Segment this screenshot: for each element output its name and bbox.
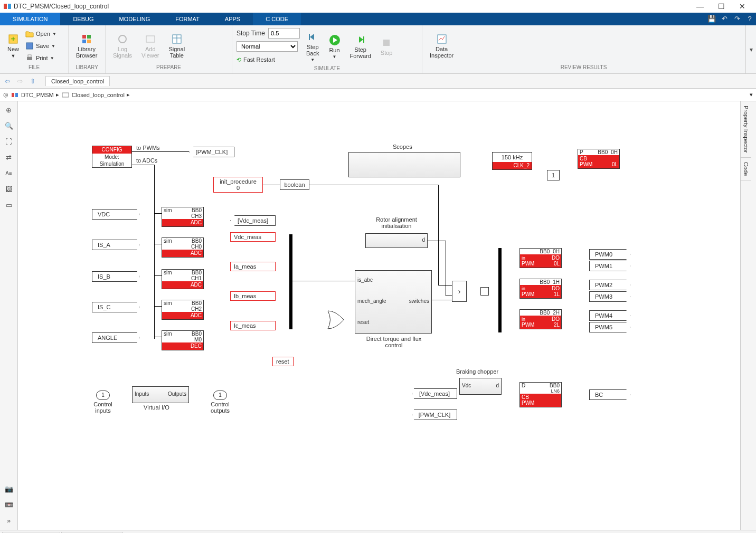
tool-expand-icon[interactable]: » [3, 515, 15, 527]
block-virtual-io[interactable]: InputsOutputs [132, 386, 189, 403]
block-adc-ch0[interactable]: simBB0CH0ADC [162, 237, 204, 258]
crumb-dropdown-icon[interactable]: ▾ [750, 91, 753, 98]
goto-vdc-meas[interactable]: [Vdc_meas] [230, 215, 276, 226]
tab-apps[interactable]: APPS [212, 13, 253, 25]
tab-property-inspector[interactable]: Property Inspector [741, 101, 751, 158]
print-button[interactable]: Print▼ [25, 52, 56, 64]
tool-camera-icon[interactable]: 📷 [3, 483, 15, 495]
ribbon-expand-arrow[interactable]: ▾ [745, 25, 756, 73]
minimize-button[interactable]: — [689, 0, 711, 13]
block-selector[interactable] [480, 287, 489, 296]
block-rotor-align[interactable]: d [365, 233, 428, 248]
tab-code[interactable]: Code [741, 158, 751, 180]
block-dopwm-1[interactable]: BB01HinDOPWM1L [519, 279, 562, 299]
inport-angle[interactable]: ANGLE [92, 332, 139, 343]
data-inspector-button[interactable]: Data Inspector [427, 33, 457, 59]
block-cbpwm-top[interactable]: PBB00H CB PWM0L [578, 149, 620, 169]
block-config[interactable]: CONFIG Mode:Simulation [92, 146, 132, 168]
nav-back-icon[interactable]: ⇦ [2, 76, 13, 87]
log-signals-button[interactable]: Log Signals [110, 33, 135, 59]
crumb-sub[interactable]: Closed_loop_control [72, 92, 125, 98]
block-mux[interactable] [289, 234, 292, 329]
tab-format[interactable]: FORMAT [163, 13, 212, 25]
signal-table-button[interactable]: Signal Table [166, 33, 188, 59]
tool-record-icon[interactable]: 📼 [3, 499, 15, 511]
block-or-gate[interactable] [325, 309, 346, 330]
close-button[interactable]: ✕ [732, 0, 753, 13]
outport-pwm3[interactable]: PWM3 [589, 291, 630, 302]
inport-is-b[interactable]: IS_B [92, 271, 139, 282]
tool-annotate-icon[interactable]: A≡ [3, 168, 15, 179]
outport-pwm4[interactable]: PWM4 [589, 310, 630, 321]
stop-time-input[interactable] [268, 28, 300, 39]
tool-zoom-icon[interactable]: 🔍 [3, 120, 15, 132]
tool-image-icon[interactable]: 🖼 [3, 184, 15, 195]
help-icon[interactable]: ? [743, 13, 756, 25]
block-adc-ch2[interactable]: simBB0CH2ADC [162, 300, 204, 320]
block-dec-m0[interactable]: simBB0M0DEC [162, 330, 204, 350]
port-control-inputs[interactable]: 1 [96, 391, 110, 400]
tool-fit-icon[interactable]: ⛶ [3, 136, 15, 148]
from-pwm-clk[interactable]: [PWM_CLK] [412, 410, 457, 420]
maximize-button[interactable]: ☐ [711, 0, 732, 13]
open-button[interactable]: Open▼ [25, 28, 56, 40]
from-ic-meas[interactable]: Ic_meas [230, 321, 276, 330]
nav-fwd-icon[interactable]: ⇨ [15, 76, 25, 87]
sim-mode-select[interactable]: Normal [237, 41, 298, 52]
redo-icon[interactable]: ↷ [731, 13, 743, 25]
svg-rect-4 [26, 43, 33, 49]
outport-pwm5[interactable]: PWM5 [589, 322, 630, 332]
block-reset[interactable]: reset [272, 357, 294, 366]
tool-explore-icon[interactable]: ⊕ [3, 104, 15, 116]
inport-is-a[interactable]: IS_A [92, 240, 139, 250]
from-ib-meas[interactable]: Ib_meas [230, 291, 276, 301]
inport-vdc[interactable]: VDC [92, 209, 139, 220]
port-control-outputs[interactable]: 1 [213, 391, 227, 400]
from-ia-meas[interactable]: Ia_meas [230, 262, 276, 271]
block-adc-ch3[interactable]: simBB0CH3ADC [162, 207, 204, 227]
save-quick-icon[interactable]: 💾 [705, 13, 718, 25]
block-adc-ch1[interactable]: simBB0CH1ADC [162, 269, 204, 289]
block-clk2[interactable]: 150 kHzCLK_2 [492, 152, 532, 170]
tab-debug[interactable]: DEBUG [60, 13, 106, 25]
block-init-procedure[interactable]: init_procedure0 [213, 177, 263, 193]
outport-pwm1[interactable]: PWM1 [589, 261, 630, 271]
stop-button[interactable]: Stop [377, 37, 396, 56]
block-dopwm-2[interactable]: BB02HinDOPWM2L [519, 309, 562, 329]
from-vdc-meas2[interactable]: [Vdc_meas] [412, 388, 457, 399]
block-switch[interactable]: › [452, 281, 467, 302]
outport-bc[interactable]: BC [589, 389, 630, 400]
block-demux[interactable] [498, 248, 502, 332]
block-dtfc[interactable]: is_abc mech_angle reset switches [355, 270, 432, 334]
crumb-model[interactable]: DTC_PMSM [21, 92, 54, 98]
block-boolean[interactable]: boolean [280, 179, 309, 190]
nav-up-icon[interactable]: ⇧ [27, 76, 38, 87]
add-viewer-button[interactable]: Add Viewer [138, 33, 162, 59]
tab-simulation[interactable]: SIMULATION [0, 13, 60, 25]
library-browser-button[interactable]: Library Browser [73, 33, 100, 59]
fast-restart-button[interactable]: ⟲Fast Restart [237, 54, 300, 65]
new-button[interactable]: + New ▼ [4, 33, 22, 59]
model-target-icon[interactable]: ◎ [3, 91, 8, 98]
block-dopwm-0[interactable]: BB00HinDOPWM0L [519, 248, 562, 268]
tab-modeling[interactable]: MODELING [107, 13, 163, 25]
save-button[interactable]: Save▼ [25, 40, 56, 52]
block-braking[interactable]: Vdcd [459, 378, 502, 395]
step-forward-button[interactable]: Step Forward [347, 34, 374, 59]
step-back-button[interactable]: Step Back▼ [303, 31, 322, 62]
block-scopes[interactable] [348, 152, 460, 177]
tool-filter-icon[interactable]: ⇄ [3, 152, 15, 164]
tab-ccode[interactable]: C CODE [253, 13, 301, 25]
diagram-canvas[interactable]: CONFIG Mode:Simulation to PWMs to ADCs [… [18, 101, 740, 530]
outport-pwm2[interactable]: PWM2 [589, 280, 630, 290]
undo-icon[interactable]: ↶ [718, 13, 731, 25]
goto-pwm-clk[interactable]: [PWM_CLK] [189, 147, 234, 157]
run-button[interactable]: Run▼ [326, 34, 344, 59]
block-cbpwm-bot[interactable]: DBB0LN6CBPWM [519, 382, 562, 407]
nav-tab[interactable]: Closed_loop_control [45, 76, 110, 86]
from-vdc-meas[interactable]: Vdc_meas [230, 232, 276, 242]
outport-pwm0[interactable]: PWM0 [589, 249, 630, 260]
inport-is-c[interactable]: IS_C [92, 302, 139, 312]
block-const-1[interactable]: 1 [547, 170, 560, 180]
tool-block-icon[interactable]: ▭ [3, 199, 15, 211]
